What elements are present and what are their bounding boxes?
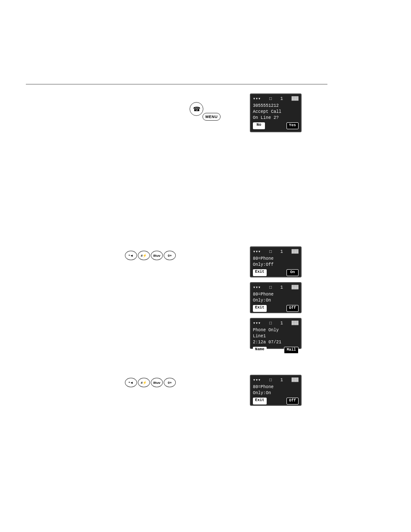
screen-phone-line1-body: Phone Only Line1 2:12a 07/21 <box>253 327 299 345</box>
doc-icon-2: □ <box>269 249 272 255</box>
menu-icon[interactable]: MENU <box>202 113 221 121</box>
key-0-2[interactable]: 0+ <box>164 378 176 387</box>
screen-phone-line1: ▾▾▾ □ 1 ▓▓▓ Phone Only Line1 2:12a 07/21… <box>250 318 302 349</box>
menu-label: MENU <box>206 115 218 119</box>
phone-off-line2: Only:Off <box>253 262 299 268</box>
count-badge-1: 1 <box>280 96 283 102</box>
mail-button[interactable]: Mail <box>284 347 299 354</box>
page: ☎ MENU ▾▾▾ □ 1 ▓▓▓ 3055551212 Accept Cal… <box>0 0 411 532</box>
no-button[interactable]: No <box>253 122 265 129</box>
battery-icon-4: ▓▓▓ <box>292 321 299 326</box>
phone-on2-line2: Only:On <box>253 390 299 396</box>
doc-icon-1: □ <box>269 96 272 102</box>
key-hash[interactable]: #⚡ <box>138 251 150 260</box>
name-button[interactable]: Name <box>253 347 267 354</box>
exit-button-3[interactable]: Exit <box>253 398 267 404</box>
phone-on-line2: Only:On <box>253 298 299 304</box>
key-combo-1: *◄ #⚡ 8tuv 0+ <box>125 251 176 260</box>
phone-line1-line2: Line1 <box>253 333 299 339</box>
accept-line2: Accept Call <box>253 109 299 115</box>
phone-line1-line1: Phone Only <box>253 327 299 333</box>
screen-phone-on2-footer: Exit Off <box>253 398 299 404</box>
screen-phone-on-footer: Exit Off <box>253 305 299 312</box>
screen-phone-on-body: 80=Phone Only:On <box>253 292 299 304</box>
screen-phone-on2-header: ▾▾▾ □ 1 ▓▓▓ <box>253 377 299 383</box>
phone-on-line1: 80=Phone <box>253 292 299 298</box>
phone-call-icon[interactable]: ☎ <box>190 102 203 116</box>
battery-icon-3: ▓▓▓ <box>292 285 299 290</box>
key-0[interactable]: 0+ <box>164 251 176 260</box>
signal-icon-4: ▾▾▾ <box>253 320 261 326</box>
battery-icon-2: ▓▓▓ <box>292 249 299 255</box>
screen-phone-off-header: ▾▾▾ □ 1 ▓▓▓ <box>253 249 299 255</box>
key-8-2[interactable]: 8tuv <box>151 378 163 387</box>
on-button[interactable]: On <box>286 269 299 276</box>
screen-accept-header: ▾▾▾ □ 1 ▓▓▓ <box>253 96 299 102</box>
battery-icon-1: ▓▓▓ <box>292 96 299 102</box>
screen-phone-off-footer: Exit On <box>253 269 299 276</box>
accept-line3: On Line 2? <box>253 115 299 121</box>
key-8[interactable]: 8tuv <box>151 251 163 260</box>
count-badge-3: 1 <box>280 285 283 290</box>
key-combo-2: *◄ #⚡ 8tuv 0+ <box>125 378 176 387</box>
count-badge-5: 1 <box>280 377 283 383</box>
phone-line1-line3: 2:12a 07/21 <box>253 339 299 345</box>
screen-phone-on2: ▾▾▾ □ 1 ▓▓▓ 80=Phone Only:On Exit Off <box>250 375 302 406</box>
exit-button-1[interactable]: Exit <box>253 269 267 276</box>
accept-line1: 3055551212 <box>253 103 299 109</box>
key-hash-2[interactable]: #⚡ <box>138 378 150 387</box>
phone-on2-line1: 80=Phone <box>253 384 299 390</box>
phone-off-line1: 80=Phone <box>253 256 299 262</box>
doc-icon-4: □ <box>269 320 272 326</box>
doc-icon-5: □ <box>269 377 272 383</box>
signal-icon-5: ▾▾▾ <box>253 377 261 383</box>
section-divider <box>26 84 327 84</box>
yes-button[interactable]: Yes <box>286 122 299 129</box>
screen-phone-off-body: 80=Phone Only:Off <box>253 256 299 268</box>
screen-phone-line1-footer: Name Mail <box>253 347 299 354</box>
screen-phone-on: ▾▾▾ □ 1 ▓▓▓ 80=Phone Only:On Exit Off <box>250 282 302 313</box>
off-button-1[interactable]: Off <box>286 305 299 312</box>
screen-phone-off: ▾▾▾ □ 1 ▓▓▓ 80=Phone Only:Off Exit On <box>250 246 302 277</box>
battery-icon-5: ▓▓▓ <box>292 378 299 383</box>
signal-icon-3: ▾▾▾ <box>253 285 261 290</box>
screen-phone-on-header: ▾▾▾ □ 1 ▓▓▓ <box>253 285 299 291</box>
phone-symbol: ☎ <box>193 106 200 112</box>
count-badge-2: 1 <box>280 249 283 255</box>
doc-icon-3: □ <box>269 285 272 290</box>
key-star-2[interactable]: *◄ <box>125 378 137 387</box>
off-button-2[interactable]: Off <box>286 398 299 404</box>
signal-icon-1: ▾▾▾ <box>253 96 261 102</box>
screen-accept-call: ▾▾▾ □ 1 ▓▓▓ 3055551212 Accept Call On Li… <box>250 93 302 132</box>
screen-accept-footer: No Yes <box>253 122 299 129</box>
screen-accept-body: 3055551212 Accept Call On Line 2? <box>253 103 299 121</box>
key-star[interactable]: *◄ <box>125 251 137 260</box>
screen-phone-on2-body: 80=Phone Only:On <box>253 384 299 396</box>
count-badge-4: 1 <box>280 320 283 326</box>
exit-button-2[interactable]: Exit <box>253 305 267 312</box>
screen-phone-line1-header: ▾▾▾ □ 1 ▓▓▓ <box>253 320 299 327</box>
signal-icon-2: ▾▾▾ <box>253 249 261 255</box>
